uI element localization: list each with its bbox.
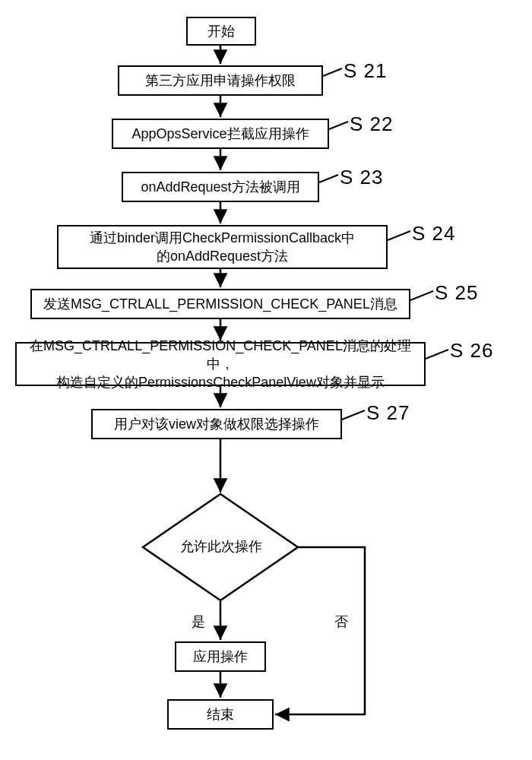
step-label-s24: S 24: [412, 222, 456, 245]
step-label-s25: S 25: [435, 281, 479, 305]
step-label-s27: S 27: [366, 401, 410, 425]
svg-line-17: [342, 410, 365, 420]
node-s26: 在MSG_CTRLALL_PERMISSION_CHECK_PANEL消息的处理…: [15, 342, 426, 386]
node-end: 结束: [167, 699, 274, 730]
svg-line-11: [323, 68, 342, 76]
node-s22: AppOpsService拦截应用操作: [112, 119, 329, 149]
node-s27: 用户对该view对象做权限选择操作: [91, 409, 342, 439]
step-label-s26: S 26: [450, 339, 494, 363]
node-s25: 发送MSG_CTRLALL_PERMISSION_CHECK_PANEL消息: [30, 289, 410, 319]
svg-line-16: [426, 350, 448, 359]
edge-label-yes: 是: [192, 613, 205, 631]
flowchart-stage: 开始 第三方应用申请操作权限 S 21 AppOpsService拦截应用操作 …: [0, 0, 532, 760]
svg-line-12: [329, 122, 348, 129]
step-label-s21: S 21: [344, 59, 388, 83]
node-s21: 第三方应用申请操作权限: [118, 65, 323, 96]
edge-label-no: 否: [334, 613, 348, 631]
svg-line-15: [410, 291, 433, 300]
node-start: 开始: [186, 17, 256, 46]
node-s24: 通过binder调用CheckPermissionCallback中 的onAd…: [57, 225, 388, 269]
node-s23: onAddRequest方法被调用: [122, 172, 319, 202]
node-apply: 应用操作: [175, 641, 266, 672]
step-label-s22: S 22: [350, 112, 394, 136]
svg-line-14: [388, 231, 410, 240]
svg-line-13: [319, 175, 338, 182]
step-label-s23: S 23: [340, 166, 384, 189]
node-decision-text: 允许此次操作: [172, 537, 271, 556]
